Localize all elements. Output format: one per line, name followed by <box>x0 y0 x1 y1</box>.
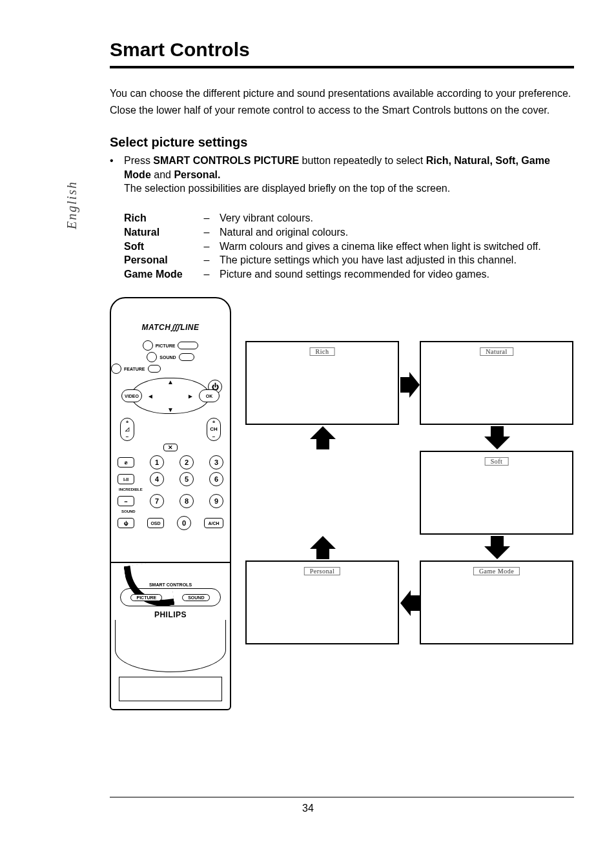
bullet-dot-icon: • <box>110 154 118 181</box>
btn-ach[interactable]: A/CH <box>204 518 223 528</box>
page-number: 34 <box>0 803 616 814</box>
def-term: Personal <box>124 253 194 267</box>
arrow-up-icon <box>310 426 336 449</box>
digit-5-button[interactable]: 5 <box>180 472 194 486</box>
arrow-right-icon <box>400 372 420 398</box>
osd-tag-natural: Natural <box>480 347 513 356</box>
instruction-text: Press SMART CONTROLS PICTURE button repe… <box>124 154 574 181</box>
dash-icon: – <box>200 211 213 225</box>
instr-mid: button repeatedly to select <box>302 155 424 166</box>
remote-divider <box>111 562 230 563</box>
remote-bottom-box <box>119 677 222 701</box>
dash-icon: – <box>200 267 213 282</box>
volume-rocker[interactable]: + ◿ − <box>120 418 134 441</box>
section-heading: Select picture settings <box>110 135 574 150</box>
digit-3-button[interactable]: 3 <box>209 455 223 469</box>
svg-marker-3 <box>400 590 420 616</box>
svg-marker-1 <box>484 426 510 449</box>
volume-icon: ◿ <box>125 426 129 432</box>
digit-2-button[interactable]: 2 <box>180 455 194 469</box>
sound-mode-button[interactable] <box>147 352 157 362</box>
remote-control: MATCH∭LINE PICTURE SOUND FEATURE ⏻ VIDEO… <box>110 297 231 710</box>
def-desc: The picture settings which you have last… <box>220 253 574 267</box>
instr-personal: Personal. <box>174 169 220 180</box>
dash-icon: – <box>200 225 213 240</box>
bottom-rule <box>110 797 574 798</box>
sound-label: SOUND <box>159 355 176 360</box>
plus-icon: + <box>212 419 216 425</box>
vol-ch-row: + ◿ − + CH − <box>111 418 230 441</box>
digit-8-button[interactable]: 8 <box>180 494 194 508</box>
mute-button[interactable]: ✕ <box>163 444 178 451</box>
picture-mode-button[interactable] <box>143 340 153 351</box>
digit-9-button[interactable]: 9 <box>209 494 223 508</box>
def-desc: Picture and sound settings recommended f… <box>220 267 574 282</box>
up-arrow-icon[interactable]: ▲ <box>167 378 174 385</box>
right-arrow-icon[interactable]: ► <box>187 393 194 400</box>
arrow-down-icon <box>484 536 510 559</box>
digit-1-button[interactable]: 1 <box>150 455 164 469</box>
remote-brand: MATCH∭LINE <box>111 323 230 333</box>
def-desc: Warm colours and gives a cinema like eff… <box>220 240 574 254</box>
tv-screen-rich: Rich <box>245 341 399 425</box>
manual-page: English Smart Controls You can choose th… <box>0 0 616 853</box>
minus-icon: − <box>126 434 129 440</box>
digit-0-button[interactable]: 0 <box>177 516 191 530</box>
def-term: Natural <box>124 225 194 240</box>
svg-marker-5 <box>310 426 336 449</box>
ok-button[interactable]: OK <box>199 389 220 402</box>
dash-icon: – <box>200 253 213 267</box>
feature-mode-button[interactable] <box>111 364 121 374</box>
def-desc: Natural and original colours. <box>220 225 574 240</box>
sound-sublabel: SOUND <box>111 509 230 513</box>
def-term: Soft <box>124 240 194 254</box>
pill-icon <box>179 353 194 361</box>
instr-and: and <box>154 169 171 180</box>
btn-incredible-sound[interactable]: ∞ <box>118 496 134 506</box>
btn-tv[interactable]: ⎚ <box>118 457 134 468</box>
brand-left: MATCH <box>142 323 171 332</box>
btn-i-ii[interactable]: I-II <box>118 474 134 484</box>
intro-block: You can choose the different picture and… <box>110 87 574 117</box>
minus-icon: − <box>212 434 216 440</box>
channel-rocker[interactable]: + CH − <box>207 418 221 441</box>
definition-row: Personal – The picture settings which yo… <box>124 253 574 267</box>
down-arrow-icon[interactable]: ▼ <box>167 406 174 413</box>
osd-tag-soft: Soft <box>485 457 509 466</box>
osd-tag-gamemode: Game Mode <box>473 567 520 575</box>
digit-7-button[interactable]: 7 <box>150 494 164 508</box>
smart-controls-area: SMART CONTROLS PICTURE SOUND PHILIPS <box>111 570 230 619</box>
btn-standby[interactable]: ⏻ <box>118 518 134 528</box>
brand-right: LINE <box>180 323 199 332</box>
tv-screen-soft: Soft <box>420 451 573 535</box>
btn-osd[interactable]: OSD <box>147 518 164 528</box>
definition-row: Game Mode – Picture and sound settings r… <box>124 267 574 282</box>
svg-marker-2 <box>484 536 510 559</box>
illustration-area: MATCH∭LINE PICTURE SOUND FEATURE ⏻ VIDEO… <box>110 297 581 723</box>
remote-curve-line <box>115 620 226 672</box>
keypad: ⎚ 1 2 3 I-II 4 5 6 INCREDIBLE ∞ 7 8 9 <box>111 455 230 530</box>
smart-sound-button[interactable]: SOUND <box>182 594 210 601</box>
pill-icon <box>148 365 161 373</box>
selection-note: The selection possibilities are displaye… <box>124 183 574 194</box>
plus-icon: + <box>126 419 129 425</box>
pill-icon <box>178 342 198 349</box>
picture-label: PICTURE <box>156 344 176 348</box>
dash-icon: – <box>200 240 213 254</box>
mode-buttons: PICTURE SOUND FEATURE <box>111 340 230 374</box>
arrow-left-icon <box>400 590 420 616</box>
smart-picture-button[interactable]: PICTURE <box>130 594 162 601</box>
def-term: Rich <box>124 211 194 225</box>
digit-4-button[interactable]: 4 <box>150 472 164 486</box>
language-side-label: English <box>65 181 79 229</box>
tv-screen-gamemode: Game Mode <box>420 560 573 644</box>
video-button[interactable]: VIDEO <box>121 389 142 402</box>
left-arrow-icon[interactable]: ◄ <box>147 393 154 400</box>
nav-pad[interactable]: VIDEO OK ▲ ▼ ◄ ► <box>131 378 210 414</box>
digit-6-button[interactable]: 6 <box>209 472 223 486</box>
ch-label: CH <box>210 426 218 432</box>
instruction-bullet: • Press SMART CONTROLS PICTURE button re… <box>110 154 574 181</box>
arrow-down-icon <box>484 426 510 449</box>
page-title: Smart Controls <box>110 39 574 61</box>
osd-tag-rich: Rich <box>310 347 335 356</box>
